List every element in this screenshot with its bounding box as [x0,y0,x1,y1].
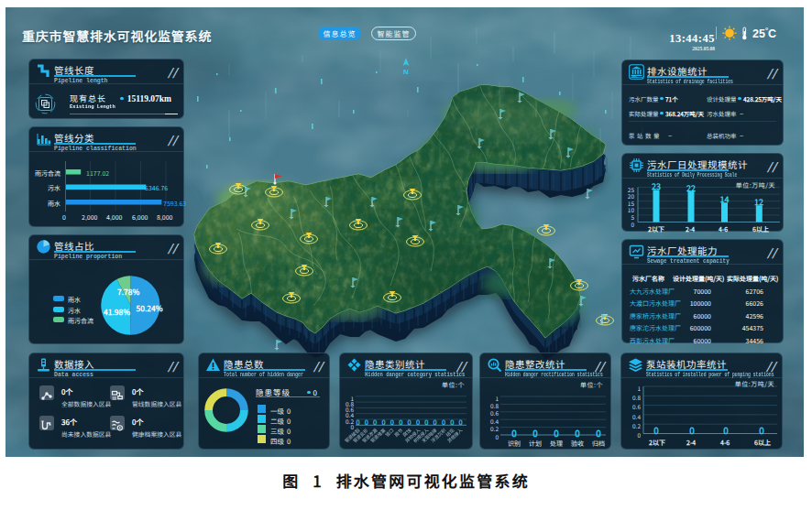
svg-text:N: N [403,68,409,76]
